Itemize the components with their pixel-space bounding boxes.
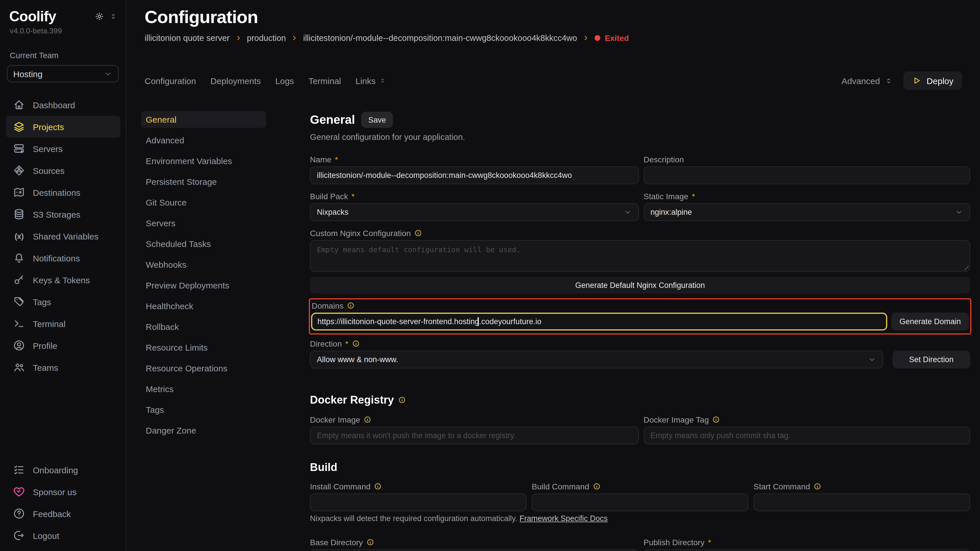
subnav-preview-deployments[interactable]: Preview Deployments — [141, 277, 266, 294]
required-asterisk: * — [692, 192, 695, 201]
subnav-healthcheck[interactable]: Healthcheck — [141, 298, 266, 314]
section-title-general: General — [310, 113, 355, 127]
domains-highlight-box: Domains Generate Domain — [309, 298, 971, 335]
tab-configuration[interactable]: Configuration — [145, 76, 196, 86]
sidebar-item-notifications[interactable]: Notifications — [6, 247, 121, 269]
sidebar-item-sponsor[interactable]: Sponsor us — [6, 481, 121, 503]
name-input[interactable] — [310, 167, 639, 184]
sidebar-item-terminal[interactable]: Terminal — [6, 313, 121, 335]
stack-icon — [13, 120, 25, 133]
build-pack-select[interactable]: Nixpacks — [310, 203, 639, 221]
sidebar-item-dashboard[interactable]: Dashboard — [6, 94, 121, 116]
help-circle-icon — [13, 507, 25, 520]
sidebar-item-profile[interactable]: Profile — [6, 335, 121, 356]
base-directory-input[interactable] — [310, 549, 639, 551]
breadcrumb-environment[interactable]: production — [247, 33, 286, 43]
install-command-input[interactable] — [310, 494, 527, 511]
framework-docs-link[interactable]: Framework Specific Docs — [519, 514, 608, 523]
tab-logs[interactable]: Logs — [275, 76, 294, 86]
static-image-select[interactable]: nginx:alpine — [644, 203, 970, 221]
subnav-persistent-storage[interactable]: Persistent Storage — [141, 173, 266, 190]
breadcrumb-project[interactable]: illicitonion quote server — [145, 33, 229, 43]
info-icon[interactable] — [813, 483, 821, 491]
sidebar-footer-nav: Onboarding Sponsor us Feedback Logout — [6, 459, 121, 546]
info-icon[interactable] — [713, 416, 720, 424]
sidebar-item-destinations[interactable]: Destinations — [6, 181, 121, 203]
subnav-git-source[interactable]: Git Source — [141, 194, 266, 211]
sidebar-item-servers[interactable]: Servers — [6, 138, 121, 159]
save-button[interactable]: Save — [361, 112, 393, 128]
subnav-tags[interactable]: Tags — [141, 401, 266, 418]
subnav-rollback[interactable]: Rollback — [141, 318, 266, 335]
status-dot — [594, 35, 600, 41]
deploy-button[interactable]: Deploy — [904, 71, 962, 90]
subnav-environment-variables[interactable]: Environment Variables — [141, 152, 266, 169]
section-subtitle: General configuration for your applicati… — [310, 132, 970, 141]
sidebar-item-s3-storages[interactable]: S3 Storages — [6, 203, 121, 225]
info-icon[interactable] — [374, 483, 382, 491]
install-command-label: Install Command — [310, 481, 527, 492]
text-cursor — [477, 317, 479, 326]
direction-select[interactable]: Allow www & non-www. — [310, 351, 883, 368]
docker-image-tag-input[interactable] — [644, 427, 970, 445]
generate-nginx-button[interactable]: Generate Default Nginx Configuration — [310, 277, 970, 294]
info-icon[interactable] — [352, 340, 360, 348]
domains-input[interactable] — [312, 314, 886, 329]
sidebar-item-keys-tokens[interactable]: Keys & Tokens — [6, 269, 121, 291]
info-icon[interactable] — [364, 416, 371, 424]
subnav-advanced[interactable]: Advanced — [141, 132, 266, 149]
subnav-resource-limits[interactable]: Resource Limits — [141, 339, 266, 356]
logout-icon — [13, 529, 25, 542]
info-icon[interactable] — [366, 538, 374, 546]
nginx-config-textarea[interactable] — [310, 240, 970, 272]
info-icon[interactable] — [398, 396, 406, 404]
subnav-servers[interactable]: Servers — [141, 215, 266, 232]
tab-deployments[interactable]: Deployments — [210, 76, 261, 86]
docker-image-input[interactable] — [310, 427, 639, 445]
git-icon — [13, 164, 25, 177]
sidebar-item-tags[interactable]: Tags — [6, 291, 121, 313]
set-direction-button[interactable]: Set Direction — [892, 351, 970, 368]
breadcrumb-resource[interactable]: illicitestonion/-module--decomposition:m… — [303, 33, 577, 43]
database-icon — [13, 208, 25, 221]
breadcrumb: illicitonion quote server production ill… — [145, 33, 980, 43]
generate-domain-button[interactable]: Generate Domain — [891, 313, 969, 330]
team-select[interactable]: Hosting — [7, 65, 119, 83]
map-icon — [13, 186, 25, 198]
theme-sun-icon[interactable] — [94, 11, 104, 21]
description-input[interactable] — [644, 167, 970, 184]
publish-directory-input[interactable] — [644, 549, 970, 551]
sidebar-item-sources[interactable]: Sources — [6, 159, 121, 181]
start-command-input[interactable] — [754, 494, 970, 511]
advanced-menu[interactable]: Advanced — [842, 76, 893, 86]
subnav-resource-operations[interactable]: Resource Operations — [141, 360, 266, 376]
subnav-general[interactable]: General — [141, 111, 266, 128]
sidebar-item-onboarding[interactable]: Onboarding — [6, 459, 121, 481]
publish-directory-label: Publish Directory* — [644, 537, 970, 548]
subnav-scheduled-tasks[interactable]: Scheduled Tasks — [141, 235, 266, 252]
sidebar-item-teams[interactable]: Teams — [6, 356, 121, 378]
description-label: Description — [644, 154, 970, 165]
subnav-webhooks[interactable]: Webhooks — [141, 256, 266, 273]
key-icon — [13, 273, 25, 286]
subnav-danger-zone[interactable]: Danger Zone — [141, 422, 266, 439]
sidebar-item-projects[interactable]: Projects — [6, 116, 121, 138]
sidebar-item-feedback[interactable]: Feedback — [6, 503, 121, 524]
docker-image-label: Docker Image — [310, 414, 639, 425]
required-asterisk: * — [345, 339, 348, 348]
subnav-metrics[interactable]: Metrics — [141, 381, 266, 397]
chevron-right-icon — [235, 35, 242, 41]
sidebar-item-shared-variables[interactable]: (x) Shared Variables — [6, 225, 121, 247]
sidebar-item-logout[interactable]: Logout — [6, 524, 121, 546]
selector-icon — [379, 77, 386, 84]
info-icon[interactable] — [593, 483, 600, 491]
build-title: Build — [310, 461, 970, 474]
build-command-input[interactable] — [532, 494, 748, 511]
tab-terminal[interactable]: Terminal — [309, 76, 341, 86]
info-icon[interactable] — [347, 302, 355, 310]
start-command-label: Start Command — [754, 481, 970, 492]
tab-links[interactable]: Links — [355, 76, 386, 86]
info-icon[interactable] — [414, 229, 422, 237]
version-selector-icon[interactable] — [109, 12, 118, 21]
chevron-down-icon — [104, 69, 112, 78]
